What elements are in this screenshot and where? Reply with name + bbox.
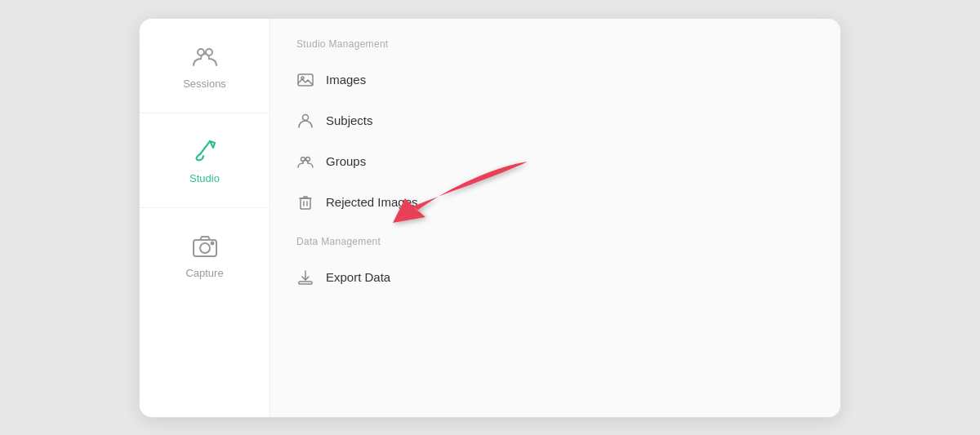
sidebar-item-studio[interactable]: Studio (140, 113, 270, 208)
left-sidebar: Sessions Studio (140, 19, 270, 417)
menu-item-subjects[interactable]: Subjects (270, 100, 840, 141)
export-data-text: Export Data (326, 270, 390, 284)
trash-icon (296, 193, 314, 211)
studio-management-label: Studio Management (270, 38, 840, 60)
studio-label: Studio (189, 172, 220, 184)
menu-item-images[interactable]: Images (270, 60, 840, 100)
svg-rect-10 (301, 198, 310, 209)
svg-point-4 (211, 242, 213, 244)
images-text: Images (326, 73, 366, 87)
capture-icon (190, 231, 220, 260)
menu-item-groups[interactable]: Groups (270, 141, 840, 182)
rejected-images-text: Rejected Images (326, 195, 418, 209)
studio-icon (190, 136, 220, 166)
sessions-icon (190, 42, 220, 71)
data-management-label: Data Management (270, 236, 840, 257)
menu-item-export-data[interactable]: Export Data (270, 257, 840, 298)
sidebar-item-capture[interactable]: Capture (140, 208, 270, 302)
groups-icon (296, 153, 314, 171)
svg-rect-13 (299, 282, 312, 284)
svg-rect-5 (298, 74, 313, 86)
download-icon (296, 269, 314, 286)
sidebar-item-sessions[interactable]: Sessions (140, 19, 270, 113)
image-icon (296, 71, 314, 89)
subjects-text: Subjects (326, 113, 373, 127)
capture-label: Capture (185, 267, 223, 279)
sessions-label: Sessions (183, 78, 226, 90)
svg-point-3 (200, 243, 210, 253)
svg-point-7 (303, 114, 309, 120)
person-icon (296, 112, 314, 130)
menu-item-rejected-images[interactable]: Rejected Images (270, 182, 840, 223)
right-panel: Studio Management Images (270, 19, 840, 417)
groups-text: Groups (326, 154, 366, 168)
panel-wrapper: Studio Management Images (270, 19, 840, 417)
